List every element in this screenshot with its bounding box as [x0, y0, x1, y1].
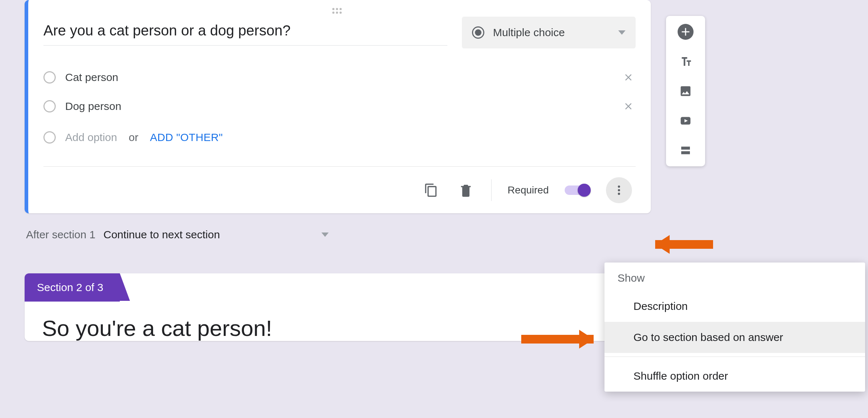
remove-option-button[interactable] [621, 70, 636, 85]
svg-point-1 [618, 189, 620, 191]
question-type-dropdown[interactable]: Multiple choice [462, 17, 636, 48]
question-title-input[interactable] [43, 17, 447, 46]
menu-item-goto-section[interactable]: Go to section based on answer [604, 322, 865, 353]
after-section-select[interactable]: Continue to next section [104, 229, 329, 241]
divider [491, 179, 492, 201]
copy-icon [424, 183, 438, 197]
chevron-down-icon [321, 233, 329, 237]
close-icon [623, 101, 634, 112]
section-card: Section 2 of 3 So you're a cat person! [25, 273, 651, 341]
section-icon [679, 144, 692, 157]
menu-item-description[interactable]: Description [604, 291, 865, 322]
option-label[interactable]: Cat person [65, 71, 612, 84]
plus-icon [679, 25, 692, 38]
add-title-button[interactable] [678, 54, 694, 69]
section-title[interactable]: So you're a cat person! [42, 315, 633, 341]
text-icon [679, 55, 692, 68]
add-video-button[interactable] [678, 113, 694, 129]
menu-item-shuffle[interactable]: Shuffle option order [604, 361, 865, 392]
section-tab: Section 2 of 3 [25, 273, 120, 302]
after-section-row: After section 1 Continue to next section [26, 229, 651, 241]
menu-divider [604, 357, 865, 357]
add-section-button[interactable] [678, 142, 694, 158]
after-section-value: Continue to next section [104, 229, 220, 241]
remove-option-button[interactable] [621, 99, 636, 114]
option-row: Cat person [43, 63, 636, 92]
after-section-label: After section 1 [26, 229, 96, 241]
radio-icon [472, 26, 484, 39]
add-option-button[interactable]: Add option [65, 131, 117, 144]
add-image-button[interactable] [678, 83, 694, 99]
required-toggle[interactable] [565, 185, 590, 195]
radio-empty-icon [43, 131, 56, 144]
delete-button[interactable] [456, 181, 475, 200]
svg-point-2 [618, 192, 620, 195]
question-card: Multiple choice Cat person Dog person [25, 0, 651, 213]
add-other-button[interactable]: ADD "OTHER" [150, 131, 223, 144]
radio-empty-icon [43, 71, 56, 84]
option-row: Dog person [43, 92, 636, 121]
option-label[interactable]: Dog person [65, 100, 612, 112]
more-vert-icon [613, 184, 625, 196]
annotation-arrow [641, 235, 713, 254]
menu-heading: Show [604, 263, 865, 291]
drag-handle-icon[interactable] [332, 8, 347, 14]
question-type-label: Multiple choice [493, 26, 610, 39]
svg-rect-5 [681, 151, 690, 154]
required-label: Required [507, 184, 549, 196]
more-options-button[interactable] [606, 177, 632, 203]
image-icon [679, 85, 692, 98]
question-toolbar [666, 16, 705, 166]
svg-rect-4 [681, 147, 690, 150]
trash-icon [459, 183, 473, 197]
duplicate-button[interactable] [422, 181, 441, 200]
more-options-menu: Show Description Go to section based on … [604, 263, 865, 392]
chevron-down-icon [618, 30, 625, 35]
or-text: or [128, 131, 138, 144]
video-icon [679, 114, 692, 127]
close-icon [623, 72, 634, 83]
add-question-button[interactable] [678, 24, 694, 40]
svg-point-0 [618, 185, 620, 187]
radio-empty-icon [43, 100, 56, 112]
